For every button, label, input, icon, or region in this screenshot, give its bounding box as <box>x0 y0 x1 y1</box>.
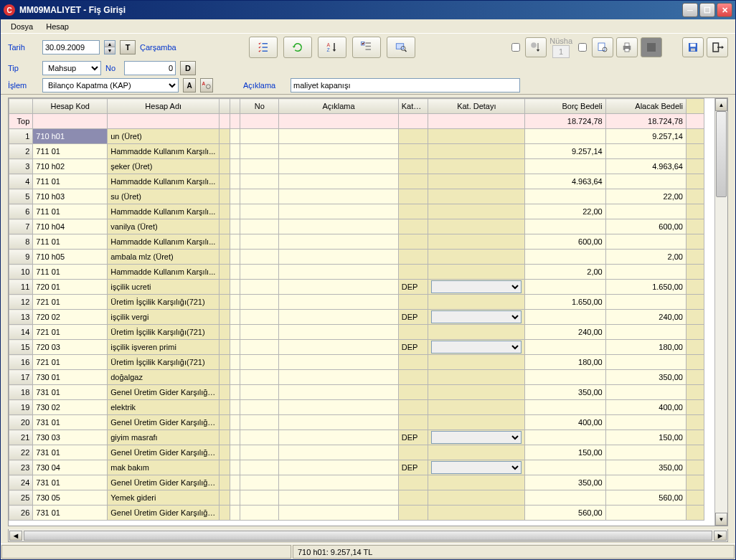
cell-alacak[interactable] <box>605 385 686 400</box>
col-katdetay[interactable]: Kat. Detayı <box>428 99 525 114</box>
table-row[interactable]: 6711 01Hammadde Kullanım Karşılı...22,00 <box>9 204 704 219</box>
cell-hesapadi[interactable]: Genel Üretim Gider Karşılığı... <box>108 415 220 430</box>
cell-alacak[interactable]: 22,00 <box>605 189 686 204</box>
cell-borc[interactable]: 350,00 <box>525 475 605 490</box>
cell-kategori[interactable] <box>398 204 428 219</box>
katdetay-select[interactable] <box>431 431 522 444</box>
cell-alacak[interactable] <box>605 445 686 460</box>
cell-hesapkod[interactable]: 710 h04 <box>33 219 108 234</box>
cell-borc[interactable] <box>525 159 605 174</box>
cell-alacak[interactable]: 9.257,14 <box>605 129 686 144</box>
cell-kategori[interactable] <box>398 265 428 280</box>
cell-katdetay[interactable] <box>428 400 525 415</box>
cell-hesapadi[interactable]: Üretim İşçilik Karşılığı(721) <box>108 355 220 370</box>
cell-hesapadi[interactable]: su (Üret) <box>108 189 220 204</box>
katdetay-select[interactable] <box>431 310 522 323</box>
aciklama-input[interactable] <box>291 78 520 92</box>
cell-katdetay[interactable] <box>428 189 525 204</box>
table-row[interactable]: 19730 02elektrik400,00 <box>9 400 704 415</box>
aa-button[interactable]: A <box>200 78 213 92</box>
cell-katdetay[interactable] <box>428 460 525 475</box>
cell-alacak[interactable] <box>605 144 686 159</box>
table-row[interactable]: 22731 01Genel Üretim Gider Karşılığı...1… <box>9 445 704 460</box>
table-row[interactable]: 8711 01Hammadde Kullanım Karşılı...600,0… <box>9 234 704 250</box>
cell-katdetay[interactable] <box>428 174 525 189</box>
col-hesapadi[interactable]: Hesap Adı <box>108 99 220 114</box>
islem-combo[interactable]: Bilanço Kapatma (KAP) <box>42 78 179 92</box>
cell-borc[interactable]: 2,00 <box>525 265 605 280</box>
cell-alacak[interactable] <box>605 506 686 521</box>
cell-katdetay[interactable] <box>428 430 525 445</box>
hscroll-thumb[interactable] <box>24 531 712 541</box>
katdetay-select[interactable] <box>431 280 522 293</box>
cell-hesapadi[interactable]: vanilya (Üret) <box>108 219 220 234</box>
cell-hesapadi[interactable]: şeker (Üret) <box>108 159 220 174</box>
cell-alacak[interactable] <box>605 295 686 310</box>
cell-alacak[interactable] <box>605 234 686 250</box>
cell-alacak[interactable]: 400,00 <box>605 400 686 415</box>
col-kategori[interactable]: Kategori <box>398 99 428 114</box>
table-row[interactable]: 21730 03giyim masrafıDEP150,00 <box>9 430 704 445</box>
cell-kategori[interactable] <box>398 475 428 490</box>
close-button[interactable]: ✕ <box>717 3 732 17</box>
table-row[interactable]: 1710 h01un (Üret)9.257,14 <box>9 129 704 144</box>
cell-borc[interactable] <box>525 430 605 445</box>
cell-hesapadi[interactable]: işçilik ucreti <box>108 280 220 295</box>
cell-katdetay[interactable] <box>428 295 525 310</box>
table-row[interactable]: 14721 01Üretim İşçilik Karşılığı(721)240… <box>9 325 704 340</box>
col-borc[interactable]: Borç Bedeli <box>525 99 605 114</box>
cell-borc[interactable]: 560,00 <box>525 506 605 521</box>
table-row[interactable]: 18731 01Genel Üretim Gider Karşılığı...3… <box>9 385 704 400</box>
cell-katdetay[interactable] <box>428 129 525 144</box>
table-row[interactable]: 26731 01Genel Üretim Gider Karşılığı...5… <box>9 506 704 521</box>
cell-borc[interactable]: 150,00 <box>525 445 605 460</box>
cell-hesapkod[interactable]: 730 04 <box>33 460 108 475</box>
cell-alacak[interactable]: 600,00 <box>605 219 686 234</box>
no-input[interactable] <box>124 61 176 75</box>
cell-katdetay[interactable] <box>428 355 525 370</box>
cell-hesapkod[interactable]: 711 01 <box>33 174 108 189</box>
cell-katdetay[interactable] <box>428 159 525 174</box>
cell-hesapkod[interactable]: 711 01 <box>33 234 108 250</box>
tool-disabled-button[interactable] <box>641 37 662 57</box>
cell-alacak[interactable] <box>605 265 686 280</box>
cell-hesapadi[interactable]: Üretim İşçilik Karşılığı(721) <box>108 295 220 310</box>
cell-katdetay[interactable] <box>428 310 525 325</box>
cell-hesapadi[interactable]: Hammadde Kullanım Karşılı... <box>108 265 220 280</box>
table-row[interactable]: 24731 01Genel Üretim Gider Karşılığı...3… <box>9 475 704 490</box>
cell-katdetay[interactable] <box>428 265 525 280</box>
cell-katdetay[interactable] <box>428 385 525 400</box>
cell-hesapkod[interactable]: 711 01 <box>33 265 108 280</box>
menu-dosya[interactable]: Dosya <box>5 21 39 32</box>
a-button[interactable]: A <box>183 78 196 92</box>
maximize-button[interactable]: ☐ <box>699 3 715 17</box>
cell-katdetay[interactable] <box>428 475 525 490</box>
tarih-input[interactable] <box>42 40 100 54</box>
scroll-up-icon[interactable]: ▲ <box>715 98 727 111</box>
tip-combo[interactable]: Mahsup <box>42 61 101 75</box>
cell-hesapadi[interactable]: Yemek gideri <box>108 490 220 506</box>
table-row[interactable]: 13720 02işçilik vergiDEP240,00 <box>9 310 704 325</box>
cell-katdetay[interactable] <box>428 415 525 430</box>
table-row[interactable]: 4711 01Hammadde Kullanım Karşılı...4.963… <box>9 174 704 189</box>
cell-hesapkod[interactable]: 721 01 <box>33 295 108 310</box>
cell-kategori[interactable] <box>398 234 428 250</box>
col-hesapkod[interactable]: Hesap Kod <box>33 99 108 114</box>
cell-hesapkod[interactable]: 731 01 <box>33 445 108 460</box>
cell-hesapkod[interactable]: 731 01 <box>33 506 108 521</box>
cell-hesapkod[interactable]: 730 02 <box>33 400 108 415</box>
cell-hesapkod[interactable]: 731 01 <box>33 415 108 430</box>
cell-kategori[interactable] <box>398 250 428 265</box>
cell-borc[interactable]: 1.650,00 <box>525 295 605 310</box>
cell-kategori[interactable] <box>398 415 428 430</box>
cell-hesapkod[interactable]: 720 02 <box>33 310 108 325</box>
cell-alacak[interactable]: 350,00 <box>605 460 686 475</box>
tool-options-button[interactable] <box>352 37 381 58</box>
katdetay-select[interactable] <box>431 461 522 474</box>
table-row[interactable]: 11720 01işçilik ucretiDEP1.650,00 <box>9 280 704 295</box>
cell-alacak[interactable]: 240,00 <box>605 310 686 325</box>
cell-borc[interactable]: 400,00 <box>525 415 605 430</box>
cell-hesapadi[interactable]: doğalgaz <box>108 370 220 385</box>
cell-hesapadi[interactable]: Genel Üretim Gider Karşılığı... <box>108 475 220 490</box>
cell-alacak[interactable]: 4.963,64 <box>605 159 686 174</box>
